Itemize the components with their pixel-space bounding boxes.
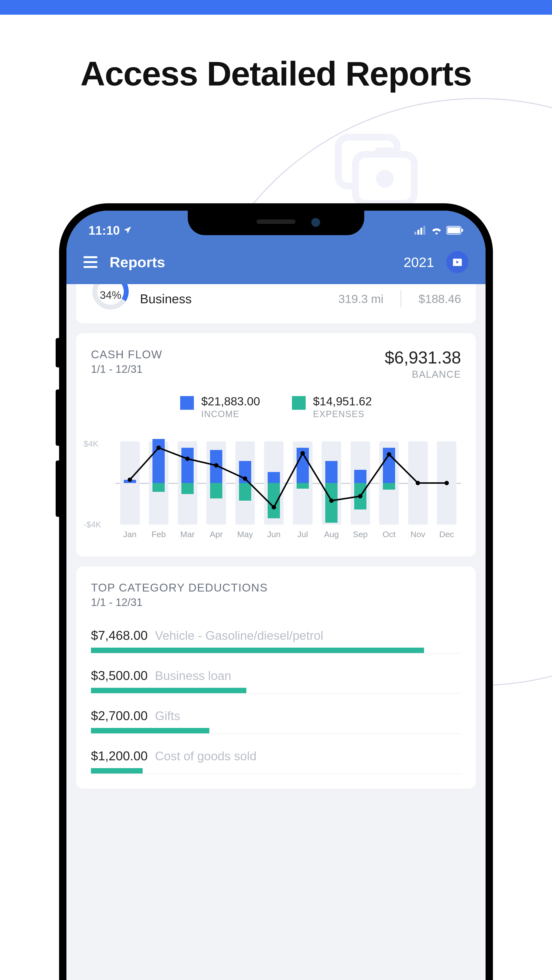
month-label: Jul [297,530,308,539]
income-swatch [180,396,194,410]
business-amount: $188.46 [418,292,461,306]
expense-bar [210,483,222,498]
chart-month: Mar [173,439,202,527]
expense-bar [325,483,338,523]
expense-bar [152,483,165,492]
video-tutorial-button[interactable] [446,251,468,273]
deduction-row[interactable]: $7,468.00Vehicle - Gasoline/diesel/petro… [91,628,461,654]
deductions-title: TOP CATEGORY DEDUCTIONS [91,581,461,594]
chart-month: Nov [404,439,432,527]
svg-rect-10 [461,229,463,232]
battery-icon [446,223,464,238]
deduction-row[interactable]: $3,500.00Business loan [91,668,461,694]
location-icon [123,223,132,238]
phone-screen: 11:10 [66,211,486,980]
deduction-bar [91,688,246,693]
income-bar [152,439,165,483]
svg-rect-5 [418,230,420,235]
legend-income: $21,883.00 INCOME [180,395,260,419]
wifi-icon [431,223,442,238]
year-selector[interactable]: 2021 [404,254,434,270]
header-title: Reports [110,254,165,270]
expense-bar [383,483,395,490]
svg-rect-12 [453,264,462,266]
phone-frame: 11:10 [59,203,493,980]
svg-rect-4 [415,232,416,235]
income-bar [210,450,222,483]
divider [400,290,401,307]
cashflow-card[interactable]: CASH FLOW 1/1 - 12/31 $6,931.38 BALANCE … [76,333,476,557]
cashflow-chart: $4K -$4K JanFebMarAprMayJunJulAugSepOctN… [91,439,461,542]
chart-month: May [231,439,260,527]
menu-icon[interactable] [84,256,97,268]
deduction-row[interactable]: $2,700.00Gifts [91,708,461,734]
deduction-amount: $2,700.00 [91,708,148,723]
income-bar [239,461,251,483]
deduction-amount: $1,200.00 [91,749,148,763]
expense-bar [239,483,251,501]
business-summary-row[interactable]: 34% Business 319.3 mi $188.46 [76,284,476,323]
svg-rect-7 [423,226,425,235]
svg-point-3 [376,170,394,188]
income-label: INCOME [201,409,260,419]
income-bar [354,470,367,483]
chart-month: Apr [202,439,231,527]
cashflow-range: 1/1 - 12/31 [91,363,162,375]
business-percent: 34% [91,289,130,301]
camera-stack-icon [333,132,421,212]
cashflow-title: CASH FLOW [91,348,162,361]
month-label: Mar [180,530,195,539]
business-miles: 319.3 mi [338,292,383,306]
page-title: Access Detailed Reports [0,54,552,94]
signal-icon [415,223,427,238]
deduction-bar [91,728,209,733]
legend-expenses: $14,951.62 EXPENSES [292,395,372,419]
income-bar [181,448,194,483]
chart-month: Dec [432,439,461,527]
month-label: May [237,530,253,539]
expense-bar [297,483,309,488]
chart-month: Jun [260,439,289,527]
deduction-bar [91,648,424,653]
phone-volume-up [56,390,59,446]
phone-volume-down [56,460,59,517]
chart-month: Jan [115,439,144,527]
cashflow-balance-value: $6,931.38 [385,348,461,368]
app-header: Reports 2021 [66,240,486,284]
month-label: Jan [123,530,137,539]
month-label: Apr [210,530,223,539]
chart-month: Oct [375,439,404,527]
svg-rect-2 [375,148,395,157]
deduction-category: Business loan [155,669,231,683]
cashflow-balance-label: BALANCE [385,369,461,380]
income-bar [268,472,280,483]
income-bar [297,448,309,483]
income-bar [325,461,338,483]
phone-side-button [56,338,59,368]
svg-rect-6 [420,228,422,235]
deduction-bar [91,768,143,773]
svg-rect-9 [447,227,460,233]
deduction-row[interactable]: $1,200.00Cost of goods sold [91,749,461,774]
business-label: Business [140,291,192,306]
month-label: Sep [353,530,368,539]
income-bar [383,448,395,483]
deductions-range: 1/1 - 12/31 [91,596,461,608]
income-bar [124,480,136,483]
deduction-category: Gifts [155,709,180,723]
deductions-card[interactable]: TOP CATEGORY DEDUCTIONS 1/1 - 12/31 $7,4… [76,566,476,789]
expenses-value: $14,951.62 [313,395,372,408]
month-label: Nov [410,530,425,539]
deduction-category: Cost of goods sold [155,749,256,763]
axis-top: $4K [84,439,99,449]
chart-month: Jul [288,439,317,527]
expenses-swatch [292,396,306,410]
deduction-amount: $3,500.00 [91,668,148,683]
month-label: Oct [383,530,396,539]
month-label: Feb [152,530,166,539]
axis-bottom: -$4K [84,520,101,529]
month-label: Jun [267,530,281,539]
chart-month: Feb [144,439,173,527]
deduction-amount: $7,468.00 [91,628,148,643]
business-percent-donut: 34% [91,284,130,313]
